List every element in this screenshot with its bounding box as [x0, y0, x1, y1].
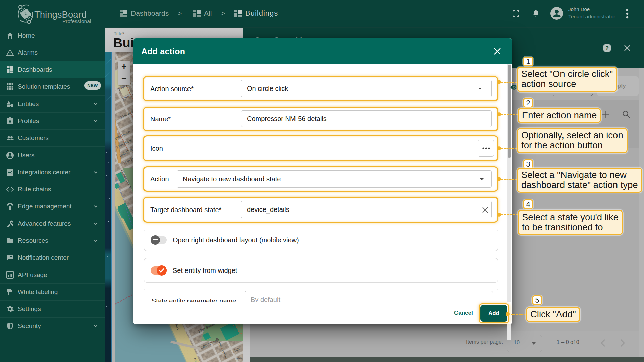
svg-text:Professional: Professional: [62, 18, 91, 24]
svg-text:?: ?: [605, 45, 609, 51]
